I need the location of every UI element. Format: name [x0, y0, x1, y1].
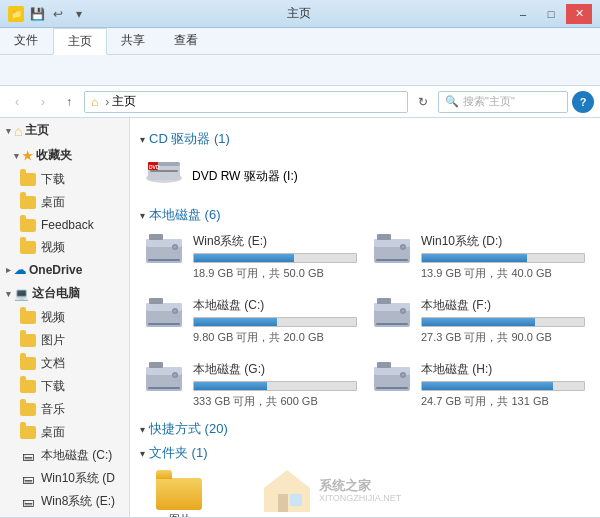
- drive-name: Win10系统 (D:): [421, 233, 585, 250]
- address-path[interactable]: ⌂ › 主页: [84, 91, 408, 113]
- svg-rect-8: [148, 259, 180, 261]
- drive-icon: [145, 361, 185, 397]
- qa-undo-btn[interactable]: ↩: [49, 5, 67, 23]
- pc-icon: 💻: [14, 287, 29, 301]
- folder-icon: [20, 356, 36, 372]
- folders-section-header[interactable]: ▾ 文件夹 (1): [140, 444, 590, 462]
- folder-pictures-item[interactable]: 图片: [140, 466, 220, 517]
- svg-rect-11: [149, 234, 163, 240]
- sidebar-drive-win8-label: Win8系统 (E:): [41, 493, 115, 510]
- svg-rect-20: [148, 323, 180, 325]
- drive-item-5[interactable]: 本地磁盘 (H:) 24.7 GB 可用，共 131 GB: [368, 356, 590, 414]
- sidebar-video-label: 视频: [41, 239, 65, 256]
- cd-drive-item[interactable]: DVD DVD RW 驱动器 (I:): [140, 152, 590, 200]
- sidebar-item-pc-video[interactable]: 视频: [0, 306, 129, 329]
- sidebar-drive-win10-label: Win10系统 (D: [41, 470, 115, 487]
- sidebar-item-pc-download[interactable]: 下载: [0, 375, 129, 398]
- sidebar-favorites-header[interactable]: ▾ ★ 收藏夹: [0, 143, 129, 168]
- tab-file[interactable]: 文件: [0, 28, 53, 54]
- shortcuts-section-header[interactable]: ▾ 快捷方式 (20): [140, 420, 590, 438]
- close-button[interactable]: ✕: [566, 4, 592, 24]
- sidebar-item-drive-c[interactable]: 🖴 本地磁盘 (C:): [0, 444, 129, 467]
- svg-rect-35: [149, 362, 163, 368]
- folders-chevron: ▾: [140, 448, 145, 459]
- drive-bar-fill: [194, 254, 294, 262]
- drive-item-4[interactable]: 本地磁盘 (G:) 333 GB 可用，共 600 GB: [140, 356, 362, 414]
- drive-item-0[interactable]: Win8系统 (E:) 18.9 GB 可用，共 50.0 GB: [140, 228, 362, 286]
- folder-icon: [20, 240, 36, 256]
- sidebar-item-drive-win10[interactable]: 🖴 Win10系统 (D: [0, 467, 129, 490]
- sidebar-pc-picture-label: 图片: [41, 332, 65, 349]
- star-icon: ★: [22, 149, 33, 163]
- sidebar-item-desktop[interactable]: 桌面: [0, 191, 129, 214]
- search-box[interactable]: 🔍 搜索"主页": [438, 91, 568, 113]
- path-text: 主页: [112, 93, 136, 110]
- drive-icon: 🖴: [20, 448, 36, 464]
- maximize-button[interactable]: □: [538, 4, 564, 24]
- sidebar-item-drive-win8[interactable]: 🖴 Win8系统 (E:): [0, 490, 129, 513]
- sidebar-onedrive-header[interactable]: ▸ ☁ OneDrive: [0, 259, 129, 281]
- qa-save-btn[interactable]: 💾: [28, 5, 46, 23]
- sidebar-item-pc-desktop[interactable]: 桌面: [0, 421, 129, 444]
- house-watermark-icon: [260, 466, 315, 516]
- tab-share[interactable]: 共享: [107, 28, 160, 54]
- refresh-button[interactable]: ↻: [412, 91, 434, 113]
- folder-icon: [20, 333, 36, 349]
- drive-size: 9.80 GB 可用，共 20.0 GB: [193, 330, 357, 345]
- drive-item-3[interactable]: 本地磁盘 (F:) 27.3 GB 可用，共 90.0 GB: [368, 292, 590, 350]
- sidebar-desktop-label: 桌面: [41, 194, 65, 211]
- sidebar-item-pc-music[interactable]: 音乐: [0, 398, 129, 421]
- sidebar-item-pc-picture[interactable]: 图片: [0, 329, 129, 352]
- content-area: ▾ CD 驱动器 (1) DVD DVD RW 驱动器 (I:) ▾ 本地磁盘 …: [130, 118, 600, 517]
- drive-bar-fill: [422, 254, 527, 262]
- cd-section-header[interactable]: ▾ CD 驱动器 (1): [140, 130, 590, 148]
- drive-size: 18.9 GB 可用，共 50.0 GB: [193, 266, 357, 281]
- svg-point-10: [174, 246, 177, 249]
- drive-name: 本地磁盘 (F:): [421, 297, 585, 314]
- folder-icon: [20, 425, 36, 441]
- sidebar-item-video[interactable]: 视频: [0, 236, 129, 259]
- back-button[interactable]: ‹: [6, 91, 28, 113]
- forward-button[interactable]: ›: [32, 91, 54, 113]
- sidebar-item-download[interactable]: 下载: [0, 168, 129, 191]
- sidebar-onedrive-label: OneDrive: [29, 263, 82, 277]
- minimize-button[interactable]: –: [510, 4, 536, 24]
- address-bar: ‹ › ↑ ⌂ › 主页 ↻ 🔍 搜索"主页" ?: [0, 86, 600, 118]
- drive-icon: 🖴: [20, 471, 36, 487]
- local-section-header[interactable]: ▾ 本地磁盘 (6): [140, 206, 590, 224]
- tab-home[interactable]: 主页: [53, 28, 107, 55]
- drive-item-1[interactable]: Win10系统 (D:) 13.9 GB 可用，共 40.0 GB: [368, 228, 590, 286]
- svg-point-28: [402, 310, 405, 313]
- sidebar-item-pc-doc[interactable]: 文档: [0, 352, 129, 375]
- drive-size: 333 GB 可用，共 600 GB: [193, 394, 357, 409]
- watermark: 系统之家 XITONGZHIJIA.NET: [260, 466, 401, 516]
- drive-name: Win8系统 (E:): [193, 233, 357, 250]
- main-layout: ▾ ⌂ 主页 ▾ ★ 收藏夹 下载 桌面 Feedback 视频 ▸ ☁: [0, 118, 600, 517]
- cd-drive-label: DVD RW 驱动器 (I:): [192, 168, 298, 185]
- help-button[interactable]: ?: [572, 91, 594, 113]
- sidebar-item-feedback[interactable]: Feedback: [0, 214, 129, 236]
- drive-item-2[interactable]: 本地磁盘 (C:) 9.80 GB 可用，共 20.0 GB: [140, 292, 362, 350]
- sidebar-thispc-header[interactable]: ▾ 💻 这台电脑: [0, 281, 129, 306]
- sidebar-drive-c-label: 本地磁盘 (C:): [41, 447, 112, 464]
- drives-grid: Win8系统 (E:) 18.9 GB 可用，共 50.0 GB Win10系统…: [140, 228, 590, 414]
- up-button[interactable]: ↑: [58, 91, 80, 113]
- drive-bar-fill: [194, 382, 267, 390]
- folder-large-icon: [156, 470, 204, 510]
- tab-view[interactable]: 查看: [160, 28, 213, 54]
- svg-rect-3: [150, 170, 178, 172]
- sidebar-feedback-label: Feedback: [41, 218, 94, 232]
- shortcuts-chevron: ▾: [140, 424, 145, 435]
- svg-point-34: [174, 374, 177, 377]
- qa-down-btn[interactable]: ▾: [70, 5, 88, 23]
- window-title: 主页: [88, 5, 510, 22]
- folder-icon: [20, 217, 36, 233]
- svg-rect-41: [377, 362, 391, 368]
- folder-icon: [20, 402, 36, 418]
- pc-chevron: ▾: [6, 289, 11, 299]
- sidebar-item-drive-local[interactable]: 🖴 本地磁盘: [0, 513, 129, 517]
- wm-text2: XITONGZHIJIA.NET: [319, 493, 401, 504]
- drive-info: Win10系统 (D:) 13.9 GB 可用，共 40.0 GB: [421, 233, 585, 281]
- local-section-title: 本地磁盘 (6): [149, 206, 221, 224]
- sidebar-home-header[interactable]: ▾ ⌂ 主页: [0, 118, 129, 143]
